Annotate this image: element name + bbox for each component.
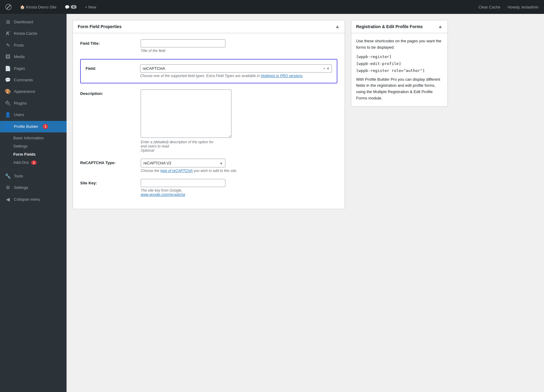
shortcode-item-0: [wppb-register] (356, 54, 443, 59)
field-select-content: reCAPTCHA × ▾ Choose one of the supporte… (140, 64, 332, 78)
collapse-icon: ◀ (5, 196, 11, 203)
sidebar-divider (0, 169, 67, 169)
sidebar-item-pages[interactable]: 📄 Pages (0, 63, 67, 74)
sidebar-item-posts[interactable]: ✎ Posts (0, 40, 67, 51)
field-title-input[interactable] (141, 39, 225, 47)
recaptcha-type-select-container: reCAPTCHA V2 (141, 159, 225, 167)
sidebar-item-tools[interactable]: 🔧 Tools (0, 170, 67, 182)
top-bar: 🏠 Kinsta Demo Site 💬 0 + New Clear Cache… (0, 0, 544, 14)
clear-cache-button[interactable]: Clear Cache (477, 4, 502, 11)
site-key-label: Site Key: (80, 179, 135, 185)
main-panel-title: Form Field Properties (78, 24, 122, 29)
description-textarea[interactable] (141, 89, 231, 138)
sidebar-item-settings[interactable]: ⚙ Settings (0, 182, 67, 193)
wp-logo[interactable] (4, 2, 13, 12)
side-panel-header: Registration & Edit Profile Forms ▲ (351, 20, 447, 33)
field-title-hint: Title of the field (141, 49, 337, 53)
site-key-hint: The site key from Google, www.google.com… (141, 188, 337, 197)
description-hint: Enter a (detailed) description of the op… (141, 140, 337, 153)
howdy-label[interactable]: Howdy, testadmin (506, 4, 540, 11)
description-content: Enter a (detailed) description of the op… (141, 89, 337, 153)
sidebar-item-comments[interactable]: 💬 Comments (0, 74, 67, 86)
field-select-wrapper[interactable]: reCAPTCHA × ▾ (140, 64, 332, 73)
comments-link[interactable]: 💬 0 (63, 4, 78, 11)
add-ons-badge: 1 (31, 160, 37, 165)
field-select-arrow[interactable]: ▾ (327, 66, 329, 71)
main-panel-toggle[interactable]: ▲ (335, 24, 340, 29)
comments-icon: 💬 (5, 77, 11, 83)
main-content: Form Field Properties ▲ Field Title: Tit… (67, 14, 544, 392)
field-title-row: Field Title: Title of the field (80, 39, 337, 53)
description-row: Description: Enter a (detailed) descript… (80, 89, 337, 153)
recaptcha-type-label: ReCAPTCHA Type: (80, 159, 135, 165)
settings-icon: ⚙ (5, 184, 11, 191)
sidebar-sub-item-basic-information[interactable]: Basic Information (0, 134, 67, 142)
appearance-icon: 🎨 (5, 88, 11, 95)
recaptcha-type-select[interactable]: reCAPTCHA V2 (141, 159, 225, 167)
sidebar-sub-item-add-ons[interactable]: Add-Ons 1 (0, 158, 67, 167)
sidebar-item-dashboard[interactable]: ⊞ Dashboard (0, 16, 67, 28)
profile-builder-badge: 1 (43, 124, 48, 129)
sidebar-item-plugins[interactable]: 🔌 Plugins (0, 98, 67, 109)
sidebar-item-media[interactable]: 🖼 Media (0, 51, 67, 63)
media-icon: 🖼 (5, 53, 11, 60)
pages-icon: 📄 (5, 65, 11, 72)
shortcode-list: [wppb-register] [wppb-edit-profile] [wpp… (356, 54, 443, 73)
side-panel-description: With Profile Builder Pro you can display… (356, 76, 443, 102)
main-panel-body: Field Title: Title of the field Field: r… (73, 33, 345, 209)
users-icon: 👤 (5, 112, 11, 118)
sidebar-sub-item-form-fields[interactable]: Form Fields (0, 150, 67, 158)
recaptcha-type-hint-link[interactable]: type of reCAPTCHA (160, 169, 193, 173)
sidebar-item-profile-builder[interactable]: 👤 Profile Builder 1 (0, 121, 67, 132)
comment-count: 0 (71, 5, 76, 9)
recaptcha-type-content: reCAPTCHA V2 Choose the type of reCAPTCH… (141, 159, 337, 173)
field-label: Field: (86, 64, 134, 71)
description-label: Description: (80, 89, 135, 96)
kinsta-icon: K (5, 30, 11, 37)
main-panel-header: Form Field Properties ▲ (73, 20, 345, 33)
tools-icon: 🔧 (5, 173, 11, 180)
side-panel-title: Registration & Edit Profile Forms (356, 24, 423, 29)
sidebar-item-collapse[interactable]: ◀ Collapse menu (0, 194, 67, 205)
profile-builder-icon: 👤 (5, 123, 11, 130)
field-select-value: reCAPTCHA (143, 66, 323, 71)
recaptcha-type-row: ReCAPTCHA Type: reCAPTCHA V2 Choose the … (80, 159, 337, 173)
shortcode-item-2: [wppb-register role="author"] (356, 68, 443, 73)
side-panel-toggle[interactable]: ▲ (438, 24, 443, 29)
sidebar: ⊞ Dashboard K Kinsta Cache ✎ Posts 🖼 Med… (0, 14, 67, 392)
recaptcha-type-hint: Choose the type of reCAPTCHA you wish to… (141, 169, 337, 173)
side-panel: Registration & Edit Profile Forms ▲ Use … (351, 20, 448, 107)
site-key-hint-link[interactable]: www.google.com/recaptcha (141, 193, 185, 197)
site-key-input[interactable] (141, 179, 225, 187)
field-title-content: Title of the field (141, 39, 337, 53)
plugins-icon: 🔌 (5, 100, 11, 107)
side-panel-body: Use these shortcodes on the pages you wa… (351, 33, 447, 106)
field-select-clear[interactable]: × (323, 66, 325, 71)
field-hint-link[interactable]: Hobbyist or PRO versions (261, 74, 303, 78)
shortcode-item-1: [wppb-edit-profile] (356, 61, 443, 66)
main-panel: Form Field Properties ▲ Field Title: Tit… (73, 20, 345, 209)
sidebar-item-appearance[interactable]: 🎨 Appearance (0, 86, 67, 97)
site-key-row: Site Key: The site key from Google, www.… (80, 179, 337, 197)
sidebar-item-users[interactable]: 👤 Users (0, 109, 67, 121)
dashboard-icon: ⊞ (5, 19, 11, 25)
side-panel-intro: Use these shortcodes on the pages you wa… (356, 38, 443, 51)
site-name[interactable]: 🏠 Kinsta Demo Site (18, 4, 58, 11)
sidebar-sub-item-settings[interactable]: Settings (0, 142, 67, 150)
new-link[interactable]: + New (83, 4, 98, 11)
field-select-hint: Choose one of the supported field types.… (140, 74, 332, 78)
layout: ⊞ Dashboard K Kinsta Cache ✎ Posts 🖼 Med… (0, 14, 544, 392)
sidebar-item-kinsta-cache[interactable]: K Kinsta Cache (0, 28, 67, 39)
posts-icon: ✎ (5, 42, 11, 49)
field-title-label: Field Title: (80, 39, 135, 46)
top-bar-right: Clear Cache Howdy, testadmin (477, 4, 540, 11)
field-highlighted-row: Field: reCAPTCHA × ▾ Choose one of the s… (80, 59, 337, 83)
sidebar-sub-menu: Basic Information Settings Form Fields A… (0, 132, 67, 168)
site-key-content: The site key from Google, www.google.com… (141, 179, 337, 197)
